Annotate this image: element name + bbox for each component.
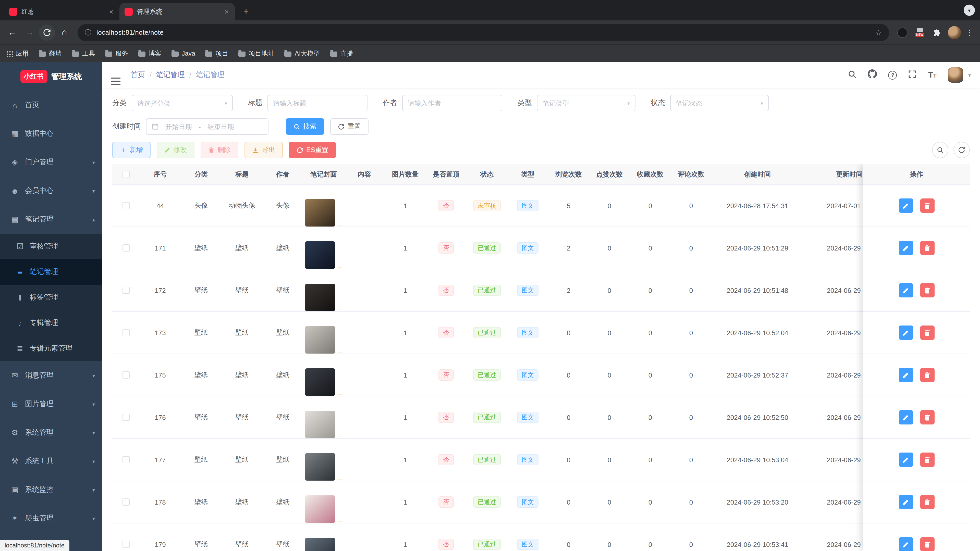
extensions-puzzle-icon[interactable]	[929, 24, 945, 41]
note-cover-image[interactable]	[305, 284, 335, 311]
sidebar-item[interactable]: ▣系统监控▾	[0, 475, 102, 504]
search-icon[interactable]	[848, 70, 857, 80]
category-select-input[interactable]	[137, 99, 221, 107]
bookmark-star-icon[interactable]: ☆	[875, 28, 882, 37]
browser-tab-active[interactable]: 管理系统 ×	[119, 3, 235, 21]
address-bar[interactable]: ⓘ localhost:81/note/note ☆	[78, 24, 889, 41]
bookmark-item[interactable]: 项目	[205, 49, 228, 58]
note-cover-image[interactable]	[305, 453, 335, 481]
bookmark-item[interactable]: 翻墙	[39, 49, 62, 58]
row-checkbox[interactable]	[123, 202, 130, 209]
delete-button[interactable]	[920, 537, 934, 551]
author-input-field[interactable]	[408, 99, 496, 107]
bookmark-item[interactable]: 工具	[72, 49, 95, 58]
sidebar-item[interactable]: ⊞图片管理▾	[0, 390, 102, 418]
sidebar-subitem[interactable]: ☑审核管理	[0, 233, 102, 259]
note-cover-image[interactable]	[305, 411, 335, 438]
bookmark-item[interactable]: 博客	[138, 49, 161, 58]
search-button[interactable]: 搜索	[286, 118, 324, 135]
sidebar-subitem[interactable]: ≣专辑元素管理	[0, 336, 102, 361]
edit-button[interactable]	[899, 410, 913, 424]
delete-button[interactable]	[920, 368, 934, 382]
sidebar-item[interactable]: ◈门户管理▾	[0, 148, 102, 176]
type-select-input[interactable]	[542, 99, 624, 107]
edit-button[interactable]	[899, 368, 913, 382]
bookmark-item[interactable]: AI大模型	[285, 49, 320, 58]
row-checkbox[interactable]	[123, 414, 130, 421]
back-icon[interactable]: ←	[4, 24, 21, 41]
reset-button[interactable]: 重置	[330, 118, 369, 135]
edit-button[interactable]	[899, 453, 913, 467]
close-icon[interactable]: ×	[224, 8, 230, 16]
fullscreen-icon[interactable]	[908, 70, 917, 80]
bookmark-item[interactable]: 直播	[330, 49, 353, 58]
note-cover-image[interactable]	[305, 538, 335, 551]
browser-menu-icon[interactable]: ⋮	[964, 28, 976, 37]
forward-icon[interactable]: →	[21, 24, 38, 41]
edit-button[interactable]	[899, 495, 913, 509]
home-icon[interactable]: ⌂	[56, 24, 73, 41]
tab-search-icon[interactable]: ▾	[964, 5, 975, 16]
status-select-input[interactable]	[676, 99, 757, 107]
note-cover-image[interactable]	[305, 326, 335, 354]
title-input[interactable]	[267, 95, 368, 111]
site-info-icon[interactable]: ⓘ	[85, 28, 91, 37]
row-checkbox[interactable]	[123, 245, 130, 251]
author-input[interactable]	[402, 95, 502, 111]
date-range-picker[interactable]: -	[146, 118, 269, 135]
row-checkbox[interactable]	[123, 287, 130, 294]
breadcrumb-home[interactable]: 首页	[130, 70, 145, 79]
delete-button[interactable]	[920, 410, 934, 424]
delete-button-disabled[interactable]: 删除	[200, 142, 239, 158]
sidebar-item[interactable]: ▤笔记管理▴	[0, 205, 102, 233]
bookmark-item[interactable]: 项目地址	[239, 49, 274, 58]
start-date-input[interactable]	[161, 123, 197, 130]
reload-icon[interactable]	[39, 24, 55, 41]
help-icon[interactable]: ?	[888, 71, 897, 79]
bookmark-item[interactable]: 应用	[6, 49, 29, 58]
type-select[interactable]: ▾	[537, 95, 635, 111]
title-input-field[interactable]	[273, 99, 362, 107]
sidebar-subitem[interactable]: ≡笔记管理	[0, 259, 102, 285]
category-select[interactable]: ▾	[132, 95, 233, 111]
github-icon[interactable]	[868, 69, 877, 81]
sidebar-toggle-icon[interactable]	[111, 71, 121, 79]
sidebar-item[interactable]: ⌂首页	[0, 91, 102, 119]
sidebar-subitem[interactable]: ♪专辑管理	[0, 310, 102, 336]
edit-button[interactable]	[899, 198, 913, 213]
note-cover-image[interactable]	[305, 199, 335, 227]
sidebar-item[interactable]: ⚙系统管理▾	[0, 418, 102, 447]
add-button[interactable]: ＋新增	[112, 142, 151, 158]
extension-new-icon[interactable]: NEW	[912, 24, 928, 41]
row-checkbox[interactable]	[123, 456, 130, 463]
edit-button[interactable]	[899, 537, 913, 551]
row-checkbox[interactable]	[123, 499, 130, 506]
edit-button[interactable]	[899, 283, 913, 297]
font-size-icon[interactable]: TT	[928, 70, 937, 79]
note-cover-image[interactable]	[305, 241, 335, 269]
delete-button[interactable]	[920, 283, 934, 297]
note-cover-image[interactable]	[305, 495, 335, 523]
export-button[interactable]: 导出	[245, 142, 283, 158]
refresh-table-icon-button[interactable]	[953, 142, 970, 158]
delete-button[interactable]	[920, 198, 934, 213]
user-avatar[interactable]	[948, 67, 963, 83]
modify-button-disabled[interactable]: 修改	[157, 142, 194, 158]
close-icon[interactable]: ×	[108, 8, 115, 16]
sidebar-item[interactable]: ⚒系统工具▾	[0, 447, 102, 475]
bookmark-item[interactable]: 服务	[105, 49, 128, 58]
note-cover-image[interactable]	[305, 368, 335, 396]
toggle-search-icon-button[interactable]	[932, 142, 948, 158]
browser-profile-avatar[interactable]	[946, 24, 963, 41]
es-reset-button[interactable]: ES重置	[289, 142, 336, 158]
edit-button[interactable]	[899, 241, 913, 255]
row-checkbox[interactable]	[123, 329, 130, 336]
row-checkbox[interactable]	[123, 372, 130, 379]
sidebar-subitem[interactable]: ‖标签管理	[0, 285, 102, 310]
row-checkbox[interactable]	[123, 541, 130, 548]
delete-button[interactable]	[920, 326, 934, 340]
delete-button[interactable]	[920, 241, 934, 255]
edit-button[interactable]	[899, 326, 913, 340]
status-select[interactable]: ▾	[670, 95, 769, 111]
sidebar-item[interactable]: ✉消息管理▾	[0, 361, 102, 390]
